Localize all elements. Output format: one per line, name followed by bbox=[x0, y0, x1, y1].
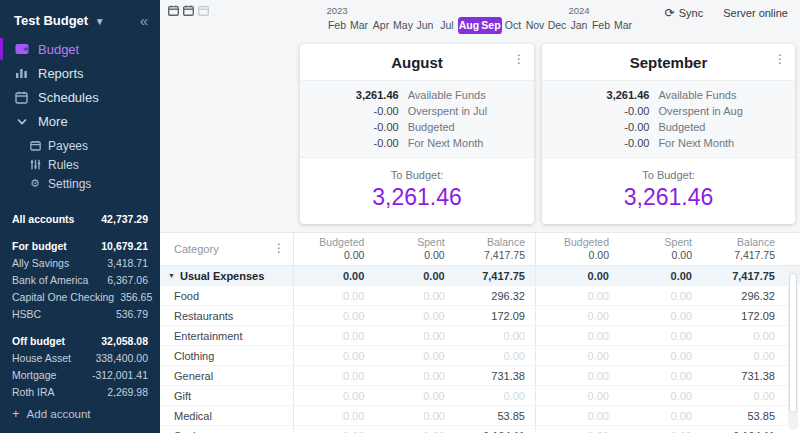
month-nav-mar-13[interactable]: Mar bbox=[612, 17, 634, 34]
budgeted-cell[interactable]: 0.00 bbox=[536, 286, 619, 305]
spent-cell[interactable]: 0.00 bbox=[619, 406, 702, 425]
budgeted-cell[interactable]: 0.00 bbox=[294, 346, 374, 365]
month-nav-jan-11[interactable]: Jan bbox=[568, 17, 590, 34]
kebab-menu-icon[interactable]: ⋮ bbox=[513, 53, 525, 66]
account-row[interactable]: HSBC536.79 bbox=[12, 305, 148, 322]
all-accounts-row[interactable]: All accounts 42,737.29 bbox=[12, 210, 148, 227]
account-row[interactable]: House Asset338,400.00 bbox=[12, 349, 148, 366]
sidebar-collapse-icon[interactable]: « bbox=[140, 13, 148, 28]
spent-cell[interactable]: 0.00 bbox=[619, 306, 702, 325]
two-months-icon[interactable] bbox=[183, 5, 194, 16]
balance-cell[interactable]: 0.00 bbox=[702, 346, 785, 365]
month-nav-may-3[interactable]: May bbox=[392, 17, 414, 34]
sidebar-item-payees[interactable]: Payees bbox=[0, 136, 160, 155]
balance-cell[interactable]: 0.00 bbox=[455, 326, 535, 345]
account-row[interactable]: Ally Savings3,418.71 bbox=[12, 254, 148, 271]
spent-cell[interactable]: 0.00 bbox=[374, 346, 454, 365]
add-account-button[interactable]: + Add account bbox=[0, 397, 160, 433]
month-nav-nov-9[interactable]: Nov bbox=[524, 17, 546, 34]
month-nav-dec-10[interactable]: Dec bbox=[546, 17, 568, 34]
budgeted-cell[interactable]: 0.00 bbox=[536, 386, 619, 405]
balance-cell[interactable]: 172.09 bbox=[702, 306, 785, 325]
sidebar-item-rules[interactable]: Rules bbox=[0, 155, 160, 174]
account-row[interactable]: Capital One Checking356.65 bbox=[12, 288, 148, 305]
category-row[interactable]: Medical0.000.0053.850.000.0053.85 bbox=[160, 406, 800, 426]
kebab-menu-icon[interactable]: ⋮ bbox=[774, 53, 786, 66]
account-row[interactable]: Bank of America6,367.06 bbox=[12, 271, 148, 288]
sidebar-item-schedules[interactable]: Schedules bbox=[0, 85, 160, 109]
balance-cell[interactable]: 731.38 bbox=[702, 366, 785, 385]
balance-cell[interactable]: 0.00 bbox=[455, 386, 535, 405]
month-nav-apr-2[interactable]: Apr bbox=[370, 17, 392, 34]
budgeted-cell[interactable]: 0.00 bbox=[536, 406, 619, 425]
balance-cell[interactable]: 6,164.11 bbox=[455, 426, 535, 433]
month-nav-feb-12[interactable]: Feb bbox=[590, 17, 612, 34]
budgeted-cell[interactable]: 0.00 bbox=[536, 266, 619, 285]
account-row[interactable]: Mortgage-312,001.41 bbox=[12, 366, 148, 383]
category-row[interactable]: Clothing0.000.000.000.000.000.00 bbox=[160, 346, 800, 366]
category-group-row[interactable]: ▼Usual Expenses0.000.007,417.750.000.007… bbox=[160, 266, 800, 286]
balance-cell[interactable]: 53.85 bbox=[702, 406, 785, 425]
budgeted-cell[interactable]: 0.00 bbox=[536, 306, 619, 325]
budgeted-cell[interactable]: 0.00 bbox=[294, 286, 374, 305]
category-menu-icon[interactable]: ⋮ bbox=[273, 242, 285, 255]
balance-cell[interactable]: 0.00 bbox=[702, 386, 785, 405]
spent-cell[interactable]: 0.00 bbox=[374, 426, 454, 433]
balance-column-header[interactable]: Balance bbox=[702, 236, 775, 249]
budgeted-cell[interactable]: 0.00 bbox=[536, 426, 619, 433]
balance-cell[interactable]: 172.09 bbox=[455, 306, 535, 325]
balance-cell[interactable]: 731.38 bbox=[455, 366, 535, 385]
month-nav-feb-0[interactable]: Feb bbox=[326, 17, 348, 34]
sidebar-item-budget[interactable]: Budget bbox=[0, 37, 160, 61]
category-row[interactable]: Entertainment0.000.000.000.000.000.00 bbox=[160, 326, 800, 346]
budgeted-cell[interactable]: 0.00 bbox=[294, 326, 374, 345]
sync-button[interactable]: ⟳ Sync bbox=[665, 6, 704, 20]
spent-column-header[interactable]: Spent bbox=[619, 236, 692, 249]
month-nav-aug-6[interactable]: Aug bbox=[458, 17, 480, 34]
spent-cell[interactable]: 0.00 bbox=[374, 266, 454, 285]
account-group-header[interactable]: Off budget32,058.08 bbox=[12, 332, 148, 349]
spent-cell[interactable]: 0.00 bbox=[619, 286, 702, 305]
budgeted-cell[interactable]: 0.00 bbox=[294, 406, 374, 425]
budgeted-cell[interactable]: 0.00 bbox=[536, 326, 619, 345]
spent-column-header[interactable]: Spent bbox=[374, 236, 444, 249]
scrollbar-thumb[interactable] bbox=[789, 273, 797, 413]
balance-cell[interactable]: 53.85 bbox=[455, 406, 535, 425]
balance-cell[interactable]: 0.00 bbox=[702, 326, 785, 345]
budgeted-cell[interactable]: 0.00 bbox=[294, 266, 374, 285]
budget-file-switcher[interactable]: Test Budget ▼ bbox=[14, 13, 105, 28]
balance-cell[interactable]: 296.32 bbox=[455, 286, 535, 305]
sidebar-item-reports[interactable]: Reports bbox=[0, 61, 160, 85]
spent-cell[interactable]: 0.00 bbox=[374, 286, 454, 305]
budgeted-cell[interactable]: 0.00 bbox=[294, 366, 374, 385]
month-nav-sep-7[interactable]: Sep bbox=[480, 17, 502, 34]
category-row[interactable]: Gift0.000.000.000.000.000.00 bbox=[160, 386, 800, 406]
one-month-icon[interactable] bbox=[168, 5, 179, 16]
category-row[interactable]: Restaurants0.000.00172.090.000.00172.09 bbox=[160, 306, 800, 326]
account-group-header[interactable]: For budget10,679.21 bbox=[12, 237, 148, 254]
spent-cell[interactable]: 0.00 bbox=[374, 366, 454, 385]
spent-cell[interactable]: 0.00 bbox=[374, 326, 454, 345]
spent-cell[interactable]: 0.00 bbox=[619, 346, 702, 365]
vertical-scrollbar[interactable] bbox=[788, 269, 798, 430]
spent-cell[interactable]: 0.00 bbox=[619, 266, 702, 285]
spent-cell[interactable]: 0.00 bbox=[374, 386, 454, 405]
spent-cell[interactable]: 0.00 bbox=[619, 426, 702, 433]
budgeted-cell[interactable]: 0.00 bbox=[294, 386, 374, 405]
spent-cell[interactable]: 0.00 bbox=[619, 326, 702, 345]
collapse-triangle-icon[interactable]: ▼ bbox=[168, 272, 175, 279]
sidebar-item-more[interactable]: More bbox=[0, 109, 160, 133]
balance-cell[interactable]: 296.32 bbox=[702, 286, 785, 305]
balance-cell[interactable]: 6,164.11 bbox=[702, 426, 785, 433]
budgeted-cell[interactable]: 0.00 bbox=[536, 366, 619, 385]
spent-cell[interactable]: 0.00 bbox=[619, 386, 702, 405]
sidebar-item-settings[interactable]: ⚙ Settings bbox=[0, 174, 160, 193]
month-nav-mar-1[interactable]: Mar bbox=[348, 17, 370, 34]
category-row[interactable]: Savings0.000.006,164.110.000.006,164.11 bbox=[160, 426, 800, 433]
spent-cell[interactable]: 0.00 bbox=[374, 306, 454, 325]
to-budget-amount[interactable]: 3,261.46 bbox=[300, 184, 534, 211]
budgeted-cell[interactable]: 0.00 bbox=[294, 306, 374, 325]
spent-cell[interactable]: 0.00 bbox=[619, 366, 702, 385]
budgeted-cell[interactable]: 0.00 bbox=[294, 426, 374, 433]
budgeted-column-header[interactable]: Budgeted bbox=[294, 236, 364, 249]
